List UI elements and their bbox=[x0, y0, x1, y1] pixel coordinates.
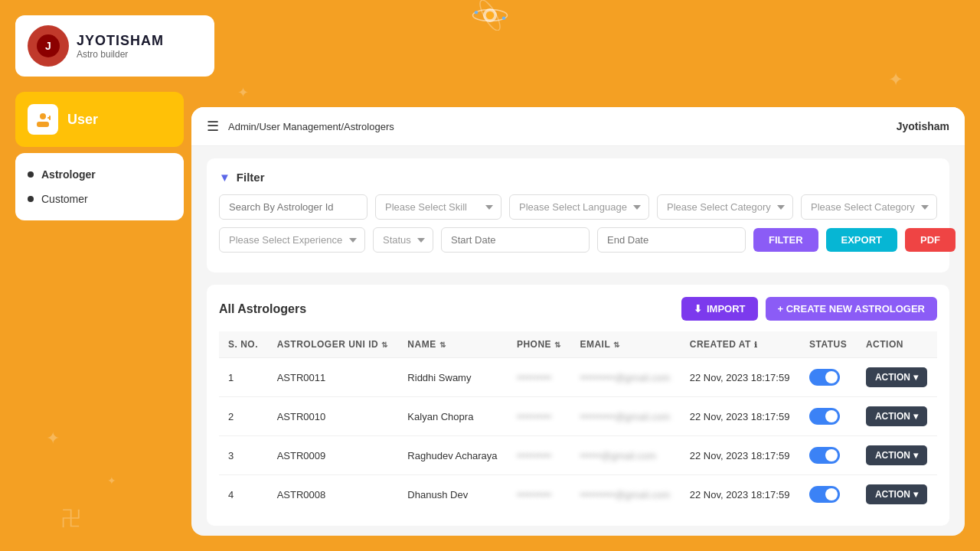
cell-action-3[interactable]: ACTION ▾ bbox=[857, 475, 937, 514]
chevron-down-icon: ▾ bbox=[913, 411, 918, 422]
experience-select[interactable]: Please Select Experience bbox=[219, 227, 365, 253]
col-id[interactable]: ASTROLOGER UNI ID⇅ bbox=[268, 331, 399, 358]
chevron-down-icon: ▾ bbox=[913, 450, 918, 461]
filter-label: Filter bbox=[237, 171, 265, 184]
cell-name-2: Raghudev Acharaya bbox=[398, 436, 508, 475]
main-panel: ☰ Admin/User Management/Astrologers Jyot… bbox=[191, 107, 965, 536]
cell-id-0: ASTR0011 bbox=[268, 358, 399, 397]
sidebar-dot-customer bbox=[28, 196, 34, 202]
logo-bar: J JYOTISHAM Astro builder bbox=[15, 15, 214, 77]
filter-title: ▼ Filter bbox=[219, 171, 937, 184]
sidebar-user-section: User bbox=[15, 92, 184, 147]
search-astrologer-input[interactable] bbox=[219, 194, 368, 220]
cell-name-3: Dhanush Dev bbox=[398, 475, 508, 514]
cell-created-3: 22 Nov, 2023 18:17:59 bbox=[681, 475, 800, 514]
sidebar-user-label: User bbox=[67, 112, 98, 128]
action-button-0[interactable]: ACTION ▾ bbox=[866, 367, 927, 387]
cell-phone-0: •••••••••• bbox=[508, 358, 571, 397]
chevron-down-icon: ▾ bbox=[913, 372, 918, 383]
cell-phone-1: •••••••••• bbox=[508, 397, 571, 436]
col-action: ACTION bbox=[857, 331, 937, 358]
status-select[interactable]: Status bbox=[373, 227, 433, 253]
cell-email-2: ••••••@gmail.com bbox=[570, 436, 680, 475]
app-tagline: Astro builder bbox=[77, 49, 164, 60]
status-toggle-2[interactable] bbox=[809, 447, 840, 464]
filter-section: ▼ Filter Please Select Skill Please Sele… bbox=[207, 158, 949, 272]
cell-status-2[interactable] bbox=[800, 436, 857, 475]
cell-status-0[interactable] bbox=[800, 358, 857, 397]
svg-point-4 bbox=[475, 11, 479, 15]
svg-text:J: J bbox=[45, 40, 51, 52]
action-button-2[interactable]: ACTION ▾ bbox=[866, 445, 927, 465]
astrologers-table: S. NO. ASTROLOGER UNI ID⇅ NAME⇅ PHONE⇅ E… bbox=[219, 331, 937, 514]
sidebar-nav: Astrologer Customer bbox=[15, 153, 184, 220]
filter-row-1: Please Select Skill Please Select Langua… bbox=[219, 194, 937, 220]
cell-created-0: 22 Nov, 2023 18:17:59 bbox=[681, 358, 800, 397]
sidebar-label-customer: Customer bbox=[41, 193, 88, 205]
cell-email-1: ••••••••••@gmail.com bbox=[570, 397, 680, 436]
export-button[interactable]: EXPORT bbox=[826, 228, 897, 252]
status-toggle-3[interactable] bbox=[809, 486, 840, 503]
sidebar-dot-astrologer bbox=[28, 171, 34, 178]
app-name: JYOTISHAM bbox=[77, 33, 164, 49]
status-toggle-1[interactable] bbox=[809, 408, 840, 425]
table-row: 4 ASTR0008 Dhanush Dev •••••••••• ••••••… bbox=[219, 475, 937, 514]
table-actions: ⬇ IMPORT + CREATE NEW ASTROLOGER bbox=[681, 297, 937, 321]
filter-row-2: Please Select Experience Status FILTER E… bbox=[219, 227, 937, 253]
import-icon: ⬇ bbox=[694, 303, 702, 315]
import-button[interactable]: ⬇ IMPORT bbox=[681, 297, 758, 321]
cell-sno-2: 3 bbox=[219, 436, 268, 475]
svg-point-5 bbox=[502, 17, 506, 21]
status-toggle-0[interactable] bbox=[809, 369, 840, 386]
filter-icon: ▼ bbox=[219, 171, 230, 184]
col-sno: S. NO. bbox=[219, 331, 268, 358]
sidebar-user-icon bbox=[28, 104, 58, 135]
cell-status-3[interactable] bbox=[800, 475, 857, 514]
topbar-user: Jyotisham bbox=[897, 120, 949, 132]
svg-rect-9 bbox=[37, 122, 49, 127]
skill-select[interactable]: Please Select Skill bbox=[375, 194, 501, 220]
language-select[interactable]: Please Select Language bbox=[509, 194, 649, 220]
cell-created-1: 22 Nov, 2023 18:17:59 bbox=[681, 397, 800, 436]
filter-button[interactable]: FILTER bbox=[753, 228, 818, 252]
table-row: 2 ASTR0010 Kalyan Chopra •••••••••• ••••… bbox=[219, 397, 937, 436]
svg-point-1 bbox=[486, 11, 495, 20]
action-button-1[interactable]: ACTION ▾ bbox=[866, 406, 927, 426]
sidebar-item-astrologer[interactable]: Astrologer bbox=[28, 162, 172, 187]
cell-sno-0: 1 bbox=[219, 358, 268, 397]
cell-sno-3: 4 bbox=[219, 475, 268, 514]
action-button-3[interactable]: ACTION ▾ bbox=[866, 484, 927, 504]
cell-phone-3: •••••••••• bbox=[508, 475, 571, 514]
col-created[interactable]: CREATED AT ℹ bbox=[681, 331, 800, 358]
sidebar-item-customer[interactable]: Customer bbox=[28, 187, 172, 211]
col-name[interactable]: NAME⇅ bbox=[398, 331, 508, 358]
category1-select[interactable]: Please Select Category bbox=[657, 194, 793, 220]
svg-point-8 bbox=[40, 113, 46, 119]
cell-name-1: Kalyan Chopra bbox=[398, 397, 508, 436]
breadcrumb: Admin/User Management/Astrologers bbox=[228, 121, 394, 132]
cell-email-3: ••••••••••@gmail.com bbox=[570, 475, 680, 514]
cell-id-3: ASTR0008 bbox=[268, 475, 399, 514]
chevron-down-icon: ▾ bbox=[913, 489, 918, 500]
table-section: All Astrologers ⬇ IMPORT + CREATE NEW AS… bbox=[207, 285, 949, 526]
col-email[interactable]: EMAIL⇅ bbox=[570, 331, 680, 358]
hamburger-icon[interactable]: ☰ bbox=[207, 118, 219, 135]
category2-select[interactable]: Please Select Category bbox=[801, 194, 937, 220]
end-date-input[interactable] bbox=[597, 227, 746, 253]
cell-action-1[interactable]: ACTION ▾ bbox=[857, 397, 937, 436]
sidebar-label-astrologer: Astrologer bbox=[41, 168, 96, 181]
cell-phone-2: •••••••••• bbox=[508, 436, 571, 475]
cell-status-1[interactable] bbox=[800, 397, 857, 436]
col-phone[interactable]: PHONE⇅ bbox=[508, 331, 571, 358]
top-center-icon bbox=[467, 0, 513, 37]
cell-created-2: 22 Nov, 2023 18:17:59 bbox=[681, 436, 800, 475]
table-row: 1 ASTR0011 Riddhi Swamy •••••••••• •••••… bbox=[219, 358, 937, 397]
cell-id-2: ASTR0009 bbox=[268, 436, 399, 475]
logo-icon: J bbox=[28, 25, 69, 67]
create-astrologer-button[interactable]: + CREATE NEW ASTROLOGER bbox=[766, 297, 937, 321]
start-date-input[interactable] bbox=[441, 227, 590, 253]
cell-action-0[interactable]: ACTION ▾ bbox=[857, 358, 937, 397]
topbar: ☰ Admin/User Management/Astrologers Jyot… bbox=[191, 107, 965, 146]
pdf-button[interactable]: PDF bbox=[905, 228, 956, 252]
cell-action-2[interactable]: ACTION ▾ bbox=[857, 436, 937, 475]
